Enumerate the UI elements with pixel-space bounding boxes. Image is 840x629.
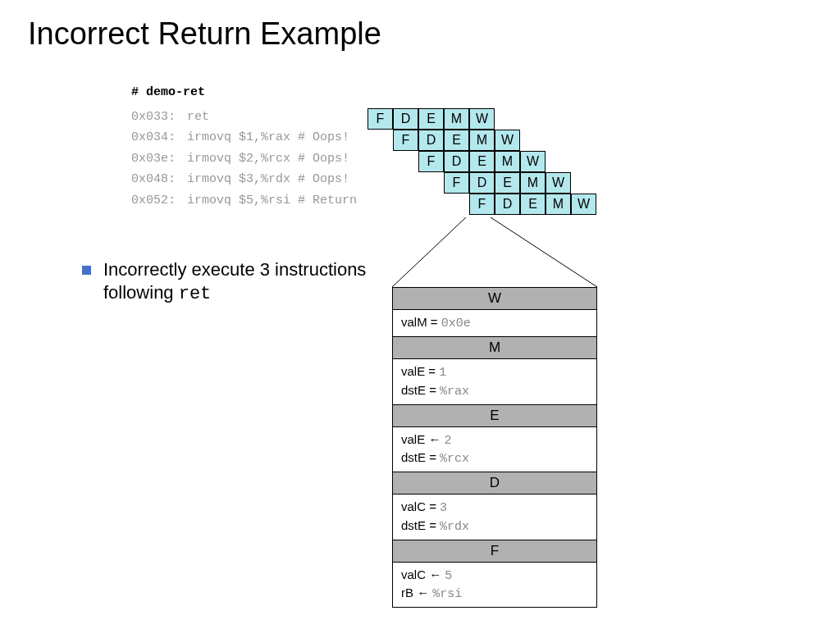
- code-line: 0x052:irmovq $5,%rsi # Return: [131, 190, 357, 212]
- stage-cell: M: [495, 151, 520, 172]
- code-line: 0x033:ret: [131, 107, 357, 128]
- stage-cell: W: [495, 130, 520, 151]
- stage-cell: W: [520, 151, 546, 172]
- connector-lines: [392, 217, 597, 289]
- pipeline-state-stack: WvalM = 0x0eMvalE = 1dstE = %raxEvalE ← …: [392, 287, 597, 608]
- stage-cell: W: [571, 194, 596, 215]
- stage-cell: M: [469, 130, 495, 151]
- stage-cell: M: [520, 172, 546, 194]
- stage-cell: W: [469, 108, 495, 130]
- stage-cell: E: [495, 172, 520, 194]
- stack-stage-body: valE ← 2dstE = %rcx: [393, 427, 596, 473]
- stack-stage-header: M: [393, 337, 596, 359]
- code-line: 0x03e:irmovq $2,%rcx # Oops!: [131, 148, 357, 170]
- stack-stage-body: valC = 3dstE = %rdx: [393, 495, 596, 540]
- stage-cell: M: [444, 108, 469, 130]
- stack-stage-body: valC ← 5rB ← %rsi: [393, 563, 596, 608]
- code-block: # demo-ret 0x033:ret0x034:irmovq $1,%rax…: [131, 82, 357, 211]
- code-line: 0x048:irmovq $3,%rdx # Oops!: [131, 169, 357, 190]
- stack-stage-header: F: [393, 540, 596, 563]
- stage-cell: E: [520, 194, 546, 215]
- stack-stage-body: valM = 0x0e: [393, 310, 596, 337]
- bullet-point: Incorrectly execute 3 instructions follo…: [82, 258, 374, 305]
- code-header: # demo-ret: [131, 82, 357, 103]
- bullet-text: Incorrectly execute 3 instructions follo…: [103, 258, 374, 305]
- stage-cell: F: [444, 172, 469, 194]
- page-title: Incorrect Return Example: [28, 16, 381, 52]
- stage-cell: F: [418, 151, 444, 172]
- stage-cell: W: [546, 172, 571, 194]
- svg-line-0: [392, 217, 466, 287]
- stack-stage-body: valE = 1dstE = %rax: [393, 359, 596, 405]
- stage-cell: D: [444, 151, 469, 172]
- stage-cell: F: [368, 108, 393, 130]
- code-line: 0x034:irmovq $1,%rax # Oops!: [131, 127, 357, 148]
- stage-cell: E: [444, 130, 469, 151]
- square-bullet-icon: [82, 266, 91, 275]
- stage-cell: D: [495, 194, 520, 215]
- stage-cell: M: [546, 194, 571, 215]
- stage-cell: F: [393, 130, 418, 151]
- stage-cell: D: [418, 130, 444, 151]
- stack-stage-header: W: [393, 288, 596, 310]
- svg-line-1: [491, 217, 597, 287]
- stage-cell: D: [393, 108, 418, 130]
- stack-stage-header: E: [393, 405, 596, 427]
- stage-cell: F: [469, 194, 495, 215]
- stage-cell: E: [418, 108, 444, 130]
- stack-stage-header: D: [393, 472, 596, 495]
- stage-cell: D: [469, 172, 495, 194]
- stage-cell: E: [469, 151, 495, 172]
